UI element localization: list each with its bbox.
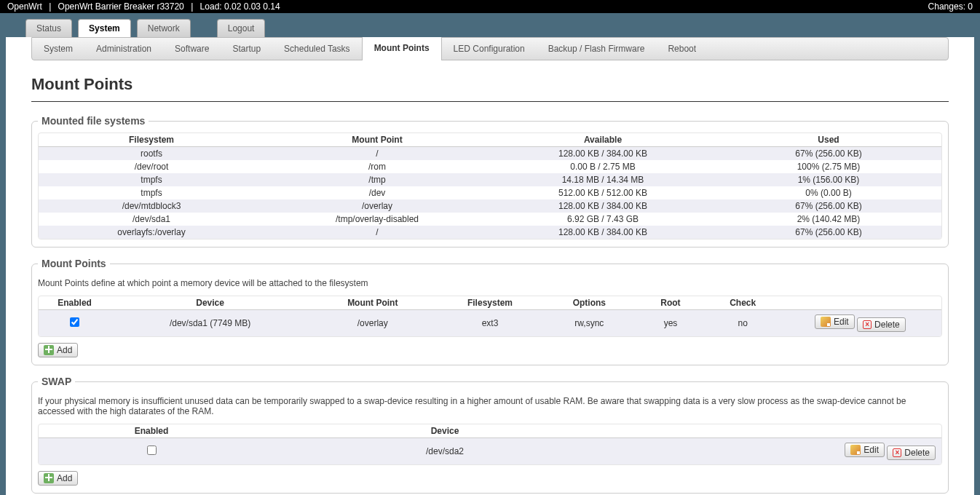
edit-button[interactable]: Edit xyxy=(845,443,885,457)
table-row: /dev/sda2 Edit ×Delete xyxy=(39,438,941,465)
hostname: OpenWrt xyxy=(7,1,42,12)
tab-status[interactable]: Status xyxy=(25,19,72,37)
changes-indicator[interactable]: Changes: 0 xyxy=(928,1,973,12)
add-button[interactable]: Add xyxy=(38,471,78,486)
subtab-scheduled-tasks[interactable]: Scheduled Tasks xyxy=(272,38,362,60)
subtab-system[interactable]: System xyxy=(32,38,84,60)
main-tabs: Status System Network Logout xyxy=(0,13,980,37)
delete-button[interactable]: ×Delete xyxy=(887,446,936,460)
add-button[interactable]: Add xyxy=(38,343,78,357)
subtab-mount-points[interactable]: Mount Points xyxy=(362,37,442,60)
subtab-startup[interactable]: Startup xyxy=(221,38,272,60)
edit-button[interactable]: Edit xyxy=(815,314,855,329)
swap-legend: SWAP xyxy=(38,376,75,387)
table-row: rootfs/128.00 KB / 384.00 KB67% (256.00 … xyxy=(39,147,941,161)
mounted-filesystems-section: Mounted file systems Filesystem Mount Po… xyxy=(31,115,949,248)
subtab-reboot[interactable]: Reboot xyxy=(656,38,708,60)
edit-icon xyxy=(821,317,831,327)
edit-icon xyxy=(850,445,861,455)
tab-system[interactable]: System xyxy=(78,19,131,37)
subtab-software[interactable]: Software xyxy=(163,38,221,60)
delete-button[interactable]: ×Delete xyxy=(857,317,906,332)
table-row: /dev/mtdblock3/overlay128.00 KB / 384.00… xyxy=(39,199,941,213)
mount-points-section: Mount Points Mount Points define at whic… xyxy=(31,258,949,365)
swap-description: If your physical memory is insufficient … xyxy=(38,396,942,416)
enabled-checkbox[interactable] xyxy=(70,317,79,327)
firmware-version: OpenWrt Barrier Breaker r33720 xyxy=(58,1,184,12)
mounted-legend: Mounted file systems xyxy=(38,115,149,127)
mount-points-table: Enabled Device Mount Point Filesystem Op… xyxy=(39,296,941,336)
swap-table: Enabled Device /dev/sda2 Edit ×Delete xyxy=(39,424,941,464)
delete-icon: × xyxy=(893,448,901,457)
sub-tabs: System Administration Software Startup S… xyxy=(31,37,949,60)
enabled-checkbox[interactable] xyxy=(147,446,157,455)
mount-points-legend: Mount Points xyxy=(38,258,110,269)
mount-points-description: Mount Points define at which point a mem… xyxy=(38,278,942,288)
subtab-administration[interactable]: Administration xyxy=(84,38,163,60)
table-row: overlayfs:/overlay/128.00 KB / 384.00 KB… xyxy=(39,226,941,239)
table-row: /dev/sda1 (7749 MB) /overlay ext3 rw,syn… xyxy=(39,310,941,337)
subtab-backup-flash[interactable]: Backup / Flash Firmware xyxy=(537,38,657,60)
add-icon xyxy=(44,345,54,355)
load-average: Load: 0.02 0.03 0.14 xyxy=(200,1,280,12)
top-status-bar: OpenWrt | OpenWrt Barrier Breaker r33720… xyxy=(0,0,980,13)
add-icon xyxy=(44,473,54,483)
swap-section: SWAP If your physical memory is insuffic… xyxy=(31,376,949,494)
subtab-led-configuration[interactable]: LED Configuration xyxy=(442,38,537,60)
delete-icon: × xyxy=(863,320,872,329)
tab-logout[interactable]: Logout xyxy=(217,19,266,37)
table-row: /dev/root/rom0.00 B / 2.75 MB100% (2.75 … xyxy=(39,160,941,173)
table-row: /dev/sda1/tmp/overlay-disabled6.92 GB / … xyxy=(39,213,941,226)
table-row: tmpfs/dev512.00 KB / 512.00 KB0% (0.00 B… xyxy=(39,186,941,199)
tab-network[interactable]: Network xyxy=(137,19,191,37)
page-title: Mount Points xyxy=(31,75,949,94)
mounted-table: Filesystem Mount Point Available Used ro… xyxy=(39,133,941,239)
table-row: tmpfs/tmp14.18 MB / 14.34 MB1% (156.00 K… xyxy=(39,173,941,186)
